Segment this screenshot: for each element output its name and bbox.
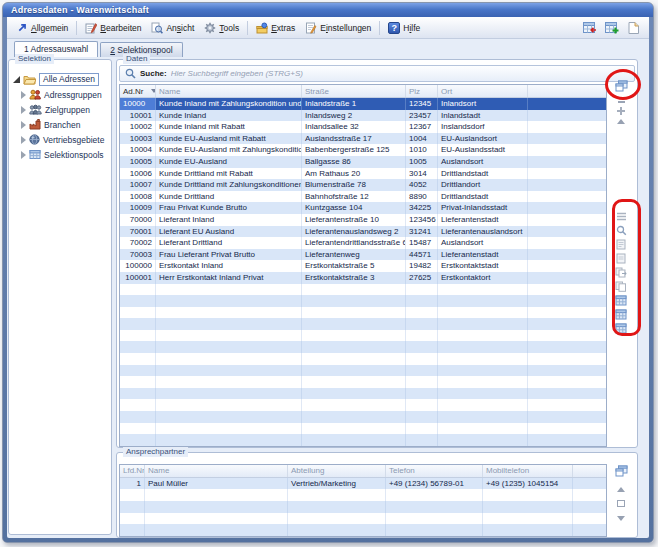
- list-view-icon[interactable]: [614, 210, 628, 223]
- address-row[interactable]: [120, 307, 606, 319]
- menu-allgemein[interactable]: Allgemein: [12, 20, 73, 35]
- column-header-lfdnr[interactable]: Lfd.Nr.: [120, 465, 145, 477]
- right-column: Daten Suche: Ad.Nr: [116, 59, 638, 535]
- address-row[interactable]: 100001 Herr Erstkontakt Inland Privat Er…: [120, 272, 606, 284]
- contact-row[interactable]: [120, 524, 606, 536]
- address-row[interactable]: [120, 318, 606, 330]
- tree-item-adressgruppen[interactable]: Adressgruppen: [13, 87, 109, 102]
- contact-row[interactable]: [120, 501, 606, 513]
- table-add-icon[interactable]: [602, 19, 620, 36]
- tree-item-zielgruppen[interactable]: Zielgruppen: [13, 102, 109, 117]
- address-row[interactable]: [120, 423, 606, 435]
- tree-item-branchen[interactable]: Branchen: [13, 117, 109, 132]
- column-chooser-icon[interactable]: [614, 79, 628, 92]
- pool-table-icon: [29, 149, 41, 160]
- tree-item-alle-adressen[interactable]: Alle Adressen: [13, 72, 109, 87]
- column-header-strasse[interactable]: Straße: [302, 85, 406, 97]
- tab-strip: 1 Adressauswahl 2 Selektionspool: [7, 39, 649, 57]
- title-bar[interactable]: Adressdaten - Warenwirtschaft: [3, 3, 653, 17]
- address-row[interactable]: 100000 Erstkontakt Inland Erstkontaktstr…: [120, 260, 606, 272]
- address-row[interactable]: 10000 Kunde Inland mit Zahlungskondition…: [120, 98, 606, 110]
- expanded-arrow-icon[interactable]: [13, 76, 20, 83]
- copy-icon[interactable]: [614, 280, 628, 293]
- address-row[interactable]: [120, 365, 606, 377]
- address-row[interactable]: 10004 Kunde EU-Ausland mit Zahlungskondi…: [120, 144, 606, 156]
- collapsed-arrow-icon[interactable]: [21, 121, 26, 129]
- menu-hilfe[interactable]: ? Hilfe: [383, 20, 425, 36]
- menubar-right-icons: [580, 19, 644, 36]
- table-export-icon[interactable]: [580, 19, 598, 36]
- column-chooser-icon[interactable]: [614, 465, 628, 478]
- menu-ansicht[interactable]: Ansicht: [146, 20, 199, 36]
- document-lines-icon[interactable]: [614, 238, 628, 251]
- address-row[interactable]: [120, 295, 606, 307]
- tree-item-label: Zielgruppen: [45, 105, 90, 115]
- gear-icon: [204, 22, 216, 34]
- address-row[interactable]: 70002 Lieferant Drittland Lieferantendri…: [120, 237, 606, 249]
- menu-extras[interactable]: Extras: [251, 20, 300, 36]
- address-row[interactable]: 10007 Kunde Drittland mit Zahlungskondit…: [120, 179, 606, 191]
- address-row[interactable]: 10008 Kunde Drittland Bahnhofstraße 12 8…: [120, 191, 606, 203]
- address-row[interactable]: [120, 376, 606, 388]
- collapsed-arrow-icon[interactable]: [21, 151, 26, 159]
- scroll-up-icon[interactable]: [614, 115, 628, 128]
- table-view-icon[interactable]: [614, 294, 628, 307]
- contact-row[interactable]: [120, 489, 606, 501]
- tree-item-label: Adressgruppen: [44, 90, 102, 100]
- address-row[interactable]: [120, 284, 606, 296]
- column-header-name[interactable]: Name: [156, 85, 302, 97]
- daten-panel: Daten Suche: Ad.Nr: [116, 59, 638, 448]
- scroll-up-icon[interactable]: [614, 483, 628, 496]
- menu-tools[interactable]: Tools: [199, 20, 244, 36]
- column-header-mobiltelefon[interactable]: Mobiltelefon: [483, 465, 573, 477]
- zoom-icon[interactable]: [614, 224, 628, 237]
- address-row[interactable]: 70000 Lieferant Inland Lieferantenstraße…: [120, 214, 606, 226]
- address-groups-icon: [29, 89, 41, 100]
- copy-arrow-icon[interactable]: [614, 266, 628, 279]
- collapsed-arrow-icon[interactable]: [21, 106, 26, 114]
- column-header-plz[interactable]: Plz: [406, 85, 438, 97]
- menu-einstellungen[interactable]: Einstellungen: [300, 20, 376, 36]
- address-row[interactable]: [120, 388, 606, 400]
- tree-item-selektionspools[interactable]: Selektionspools: [13, 147, 109, 162]
- column-header-ort[interactable]: Ort: [438, 85, 528, 97]
- address-row[interactable]: 10002 Kunde Inland mit Rabatt Inlandsall…: [120, 121, 606, 133]
- address-row[interactable]: 10001 Kunde Inland Inlandsweg 2 23457 In…: [120, 110, 606, 122]
- address-row[interactable]: 10009 Frau Privat Kunde Brutto Kuntzgass…: [120, 202, 606, 214]
- address-row[interactable]: 10005 Kunde EU-Ausland Ballgasse 86 1005…: [120, 156, 606, 168]
- address-row[interactable]: 10003 Kunde EU-Ausland mit Rabatt Auslan…: [120, 133, 606, 145]
- collapsed-arrow-icon[interactable]: [21, 136, 26, 144]
- address-row[interactable]: [120, 353, 606, 365]
- address-row[interactable]: [120, 341, 606, 353]
- address-row[interactable]: 70001 Lieferant EU Ausland Lieferantenau…: [120, 226, 606, 238]
- contact-row[interactable]: 1 Paul Müller Vertrieb/Marketing +49 (12…: [120, 478, 606, 490]
- address-row[interactable]: [120, 411, 606, 423]
- scroll-down-icon[interactable]: [614, 512, 628, 525]
- selektion-tree: Alle Adressen Adressgruppen: [9, 60, 111, 162]
- tree-item-vertriebsgebiete[interactable]: Vertriebsgebiete: [13, 132, 109, 147]
- table-view-icon[interactable]: [614, 322, 628, 335]
- collapsed-arrow-icon[interactable]: [21, 91, 26, 99]
- address-row[interactable]: [120, 330, 606, 342]
- address-row[interactable]: 10006 Kunde Drittland mit Rabatt Am Rath…: [120, 168, 606, 180]
- column-header-name[interactable]: Name: [145, 465, 288, 477]
- menu-bearbeiten[interactable]: Bearbeiten: [80, 20, 146, 36]
- ansprechpartner-side-toolbar: [610, 464, 634, 534]
- ansprechpartner-grid-body: 1 Paul Müller Vertrieb/Marketing +49 (12…: [120, 478, 606, 536]
- column-header-telefon[interactable]: Telefon: [386, 465, 483, 477]
- tree-item-label: Vertriebsgebiete: [43, 135, 104, 145]
- contact-row[interactable]: [120, 513, 606, 525]
- column-header-abteilung[interactable]: Abteilung: [288, 465, 386, 477]
- globe-icon: [29, 134, 40, 145]
- new-document-icon[interactable]: [624, 19, 642, 36]
- address-row[interactable]: 70003 Frau Lieferant Privat Brutto Liefe…: [120, 249, 606, 261]
- scroll-thumb-icon[interactable]: [614, 497, 628, 510]
- column-header-adnr[interactable]: Ad.Nr: [120, 85, 156, 97]
- daten-grid-body: 10000 Kunde Inland mit Zahlungskondition…: [120, 98, 606, 446]
- address-row[interactable]: [120, 434, 606, 446]
- document-icon[interactable]: [614, 252, 628, 265]
- table-view-icon[interactable]: [614, 308, 628, 321]
- screen: Adressdaten - Warenwirtschaft Allgemein …: [0, 0, 658, 547]
- address-row[interactable]: [120, 399, 606, 411]
- search-input[interactable]: [171, 69, 629, 78]
